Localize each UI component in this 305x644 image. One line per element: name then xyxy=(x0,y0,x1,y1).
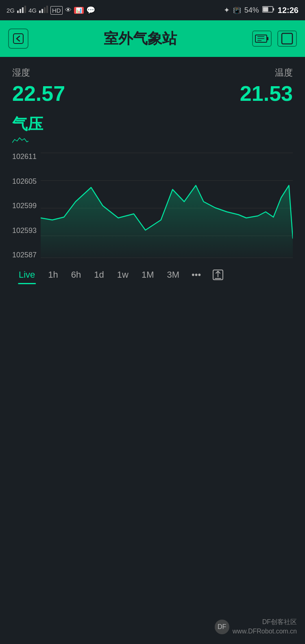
pressure-chart-section: 气压 102611 102605 102599 102593 102587 xyxy=(12,114,293,285)
svg-rect-16 xyxy=(267,37,268,40)
hd-icon: HD xyxy=(50,6,63,15)
chart-icon: 📊 xyxy=(74,7,84,14)
header-actions xyxy=(252,30,297,47)
square-button[interactable] xyxy=(277,30,297,47)
y-label-1: 102611 xyxy=(12,153,37,160)
sensor-readings: 湿度 22.57 温度 21.53 xyxy=(12,67,293,106)
vibrate-icon: 📳 xyxy=(233,7,241,14)
humidity-sensor: 湿度 22.57 xyxy=(12,67,65,106)
svg-rect-11 xyxy=(13,34,23,44)
status-left: 2G 4G HD 👁 📊 💬 xyxy=(7,6,95,15)
eye-icon: 👁 xyxy=(65,7,72,14)
y-label-3: 102599 xyxy=(12,202,37,209)
temperature-sensor: 温度 21.53 xyxy=(240,67,293,106)
tab-1d[interactable]: 1d xyxy=(87,266,110,283)
chart-mini-icon xyxy=(12,135,293,147)
chart-title: 气压 xyxy=(12,114,293,135)
svg-rect-7 xyxy=(46,6,48,13)
svg-rect-0 xyxy=(17,11,19,13)
y-label-4: 102593 xyxy=(12,227,37,234)
signal-bars xyxy=(17,6,26,15)
chart-container: 102611 102605 102599 102593 102587 xyxy=(12,149,293,263)
svg-rect-2 xyxy=(22,7,24,13)
humidity-value: 22.57 xyxy=(12,81,65,106)
tab-3m[interactable]: 3M xyxy=(161,266,186,283)
status-bar: 2G 4G HD 👁 📊 💬 ✦ 📳 54% xyxy=(0,0,305,20)
time-display: 12:26 xyxy=(278,6,298,15)
temperature-value: 21.53 xyxy=(240,81,293,106)
battery-percent: 54% xyxy=(244,6,259,15)
main-content: 湿度 22.57 温度 21.53 气压 102611 102605 10259… xyxy=(0,57,305,285)
temperature-label: 温度 xyxy=(240,67,293,79)
app-header: 室外气象站 xyxy=(0,20,305,57)
tab-6h[interactable]: 6h xyxy=(65,266,87,283)
battery-icon xyxy=(262,6,274,15)
svg-rect-17 xyxy=(282,33,292,44)
tab-1m[interactable]: 1M xyxy=(135,266,161,283)
export-button[interactable] xyxy=(207,266,229,284)
svg-rect-9 xyxy=(273,8,274,11)
watermark-line1: DF创客社区 xyxy=(233,618,297,627)
svg-rect-10 xyxy=(263,7,268,11)
bluetooth-icon: ✦ xyxy=(224,6,230,15)
page-title: 室外气象站 xyxy=(28,29,252,49)
tab-live[interactable]: Live xyxy=(12,266,41,283)
time-range-tabs: Live 1h 6h 1d 1w 1M 3M ••• xyxy=(12,266,293,285)
tab-1h[interactable]: 1h xyxy=(41,266,64,283)
chart-svg-wrapper xyxy=(41,149,293,263)
watermark-line2: www.DFRobot.com.cn xyxy=(233,627,297,636)
y-label-5: 102587 xyxy=(12,251,37,259)
humidity-label: 湿度 xyxy=(12,67,65,79)
y-label-2: 102605 xyxy=(12,178,37,185)
svg-rect-1 xyxy=(20,9,21,13)
signal-bars-2 xyxy=(39,6,48,15)
svg-rect-3 xyxy=(24,6,26,13)
pressure-line-chart xyxy=(41,149,293,263)
watermark: DF DF创客社区 www.DFRobot.com.cn xyxy=(215,618,297,636)
svg-rect-4 xyxy=(39,11,41,13)
status-right: ✦ 📳 54% 12:26 xyxy=(224,6,298,15)
chart-y-labels: 102611 102605 102599 102593 102587 xyxy=(12,149,37,263)
more-button[interactable]: ••• xyxy=(186,266,207,283)
tab-1w[interactable]: 1w xyxy=(111,266,135,283)
watermark-text: DF创客社区 www.DFRobot.com.cn xyxy=(233,618,297,636)
back-button[interactable] xyxy=(8,28,28,49)
device-icon-button[interactable] xyxy=(252,30,272,47)
svg-rect-5 xyxy=(41,9,43,13)
network-4g: 4G xyxy=(28,7,37,14)
df-logo: DF xyxy=(215,620,229,634)
signal-2g: 2G xyxy=(7,7,15,14)
wechat-icon: 💬 xyxy=(86,6,95,15)
svg-rect-6 xyxy=(44,7,46,13)
export-icon xyxy=(212,269,224,281)
